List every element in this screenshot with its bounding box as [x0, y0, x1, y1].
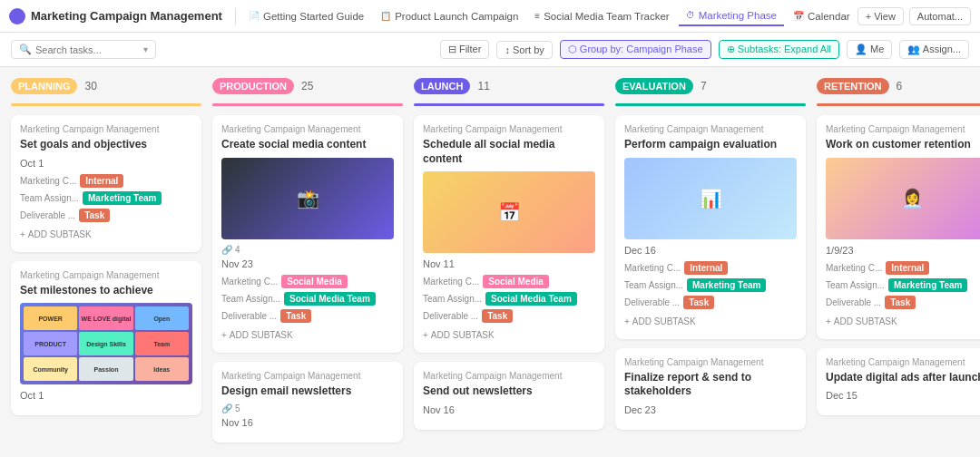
card-label-ta: Team Assign...: [20, 193, 79, 203]
card-perform-eval[interactable]: Marketing Campaign ManagementPerform cam…: [615, 115, 806, 339]
card-meta-send-newsletters: Marketing Campaign Management: [423, 371, 595, 381]
card-label-mc: Marketing C...: [221, 277, 278, 287]
tab-getting-started[interactable]: 📄Getting Started Guide: [241, 7, 371, 25]
tab-label-social-media: Social Media Team Tracker: [544, 11, 669, 22]
card-label-mc: Marketing C...: [20, 176, 76, 186]
top-bar: Marketing Campaign Management 📄Getting S…: [0, 0, 980, 33]
card-finalize-report[interactable]: Marketing Campaign ManagementFinalize re…: [615, 348, 806, 430]
card-update-digital[interactable]: Marketing Campaign ManagementUpdate digi…: [817, 348, 980, 416]
card-date-finalize-report: Dec 23: [624, 404, 797, 415]
card-work-retention[interactable]: Marketing Campaign ManagementWork on cus…: [817, 115, 980, 339]
group-by-button[interactable]: ⬡ Group by: Campaign Phase: [560, 40, 711, 59]
board: PLANNING 30 Marketing Campaign Managemen…: [0, 67, 980, 457]
card-label-ta: Team Assign...: [624, 280, 683, 290]
tag-marketing-team: Marketing Team: [687, 278, 766, 292]
app-title: Marketing Campaign Management: [31, 9, 222, 23]
card-label-mc: Marketing C...: [826, 263, 882, 273]
card-date-set-milestones: Oct 1: [20, 390, 192, 401]
plus-icon: +: [826, 316, 831, 326]
add-subtask-schedule-all[interactable]: + ADD SUBTASK: [423, 326, 595, 344]
col-count-evaluation: 7: [701, 80, 707, 92]
card-tags-row1-set-goals: Marketing C...Internal: [20, 174, 192, 188]
card-set-milestones[interactable]: Marketing Campaign ManagementSet milesto…: [11, 261, 201, 416]
card-tags-row2-create-social: Team Assign...Social Media Team: [221, 292, 394, 306]
card-image-schedule-all: 📅: [423, 171, 595, 253]
col-badge-planning: PLANNING: [11, 78, 77, 94]
card-meta-schedule-all: Marketing Campaign Management: [423, 124, 595, 134]
card-title-finalize-report: Finalize report & send to stakeholders: [624, 371, 797, 399]
tab-icon-calendar: 📅: [793, 11, 804, 21]
card-label-del: Deliverable ...: [826, 297, 881, 307]
column-production: PRODUCTION 25 Marketing Campaign Managem…: [212, 78, 403, 452]
column-launch: LAUNCH 11 Marketing Campaign ManagementS…: [414, 78, 604, 439]
card-meta-create-social: Marketing Campaign Management: [221, 124, 394, 134]
tab-product-launch[interactable]: 📋Product Launch Campaign: [373, 7, 525, 25]
card-set-goals[interactable]: Marketing Campaign ManagementSet goals a…: [11, 115, 201, 252]
add-subtask-perform-eval[interactable]: + ADD SUBTASK: [624, 313, 797, 330]
top-bar-right: + View Automat...: [858, 7, 971, 25]
card-title-create-social: Create social media content: [221, 138, 394, 152]
col-count-planning: 30: [84, 80, 96, 92]
automations-button[interactable]: Automat...: [909, 7, 971, 25]
add-subtask-set-goals[interactable]: + ADD SUBTASK: [20, 226, 192, 243]
add-subtask-create-social[interactable]: + ADD SUBTASK: [221, 326, 394, 344]
card-image-perform-eval: 📊: [624, 158, 797, 239]
add-subtask-work-retention[interactable]: + ADD SUBTASK: [826, 313, 980, 330]
card-icons-create-social: 🔗4: [221, 245, 394, 255]
card-meta-perform-eval: Marketing Campaign Management: [624, 124, 797, 134]
card-send-newsletters[interactable]: Marketing Campaign ManagementSend out ne…: [414, 362, 604, 430]
card-meta-set-goals: Marketing Campaign Management: [20, 124, 192, 134]
plus-icon: +: [20, 229, 25, 239]
subtask-icon: 🔗: [221, 245, 232, 255]
card-date-update-digital: Dec 15: [826, 390, 980, 401]
tag-marketing-team: Marketing Team: [888, 278, 967, 292]
me-button[interactable]: 👤 Me: [847, 40, 892, 59]
tag-internal: Internal: [886, 261, 929, 275]
tag-social-media: Social Media: [281, 275, 348, 288]
search-input[interactable]: [35, 44, 140, 55]
add-subtask-label: ADD SUBTASK: [28, 229, 92, 239]
subtasks-button[interactable]: ⊕ Subtasks: Expand All: [719, 40, 839, 59]
sort-button[interactable]: ↕ Sort by: [496, 41, 552, 59]
card-tags-row3-schedule-all: Deliverable ...Task: [423, 309, 595, 323]
tag-task: Task: [482, 309, 513, 323]
view-button[interactable]: + View: [858, 7, 904, 25]
col-header-production: PRODUCTION 25: [212, 78, 403, 94]
card-create-social[interactable]: Marketing Campaign ManagementCreate soci…: [212, 115, 403, 353]
filter-button[interactable]: ⊟ Filter: [440, 40, 490, 59]
card-date-create-social: Nov 23: [221, 258, 394, 269]
tag-marketing-team: Marketing Team: [83, 191, 162, 205]
col-line-retention: [817, 103, 980, 106]
app-icon: [9, 8, 25, 24]
card-title-set-goals: Set goals and objectives: [20, 138, 192, 152]
col-line-evaluation: [615, 103, 806, 106]
card-label-ta: Team Assign...: [221, 294, 280, 304]
tag-social-media-team: Social Media Team: [485, 292, 577, 306]
tab-social-media[interactable]: ≡Social Media Team Tracker: [527, 7, 676, 25]
col-count-production: 25: [301, 80, 313, 92]
card-title-schedule-all: Schedule all social media content: [423, 138, 595, 166]
card-design-email[interactable]: Marketing Campaign ManagementDesign emai…: [212, 362, 403, 443]
card-title-perform-eval: Perform campaign evaluation: [624, 138, 797, 152]
add-subtask-label: ADD SUBTASK: [230, 330, 293, 340]
card-schedule-all[interactable]: Marketing Campaign ManagementSchedule al…: [414, 115, 604, 353]
tag-social-media: Social Media: [483, 275, 549, 288]
card-date-work-retention: 1/9/23: [826, 245, 980, 256]
tab-marketing-phase[interactable]: ⏱Marketing Phase: [679, 6, 784, 26]
col-badge-production: PRODUCTION: [212, 78, 294, 94]
column-evaluation: EVALUATION 7 Marketing Campaign Manageme…: [615, 78, 806, 439]
tag-social-media-team: Social Media Team: [284, 292, 376, 306]
card-label-del: Deliverable ...: [423, 311, 478, 321]
card-label-mc: Marketing C...: [624, 263, 681, 273]
card-icon-item: 🔗4: [221, 245, 240, 255]
tag-task: Task: [79, 209, 110, 222]
assignee-button[interactable]: 👥 Assign...: [899, 40, 969, 59]
tab-icon-product-launch: 📋: [380, 11, 391, 21]
card-label-del: Deliverable ...: [20, 210, 75, 220]
tab-calendar[interactable]: 📅Calendar: [786, 7, 852, 25]
card-date-design-email: Nov 16: [221, 417, 394, 428]
tag-internal: Internal: [684, 261, 728, 275]
col-header-planning: PLANNING 30: [11, 78, 201, 94]
card-label-ta: Team Assign...: [826, 280, 885, 290]
col-line-production: [212, 103, 403, 106]
